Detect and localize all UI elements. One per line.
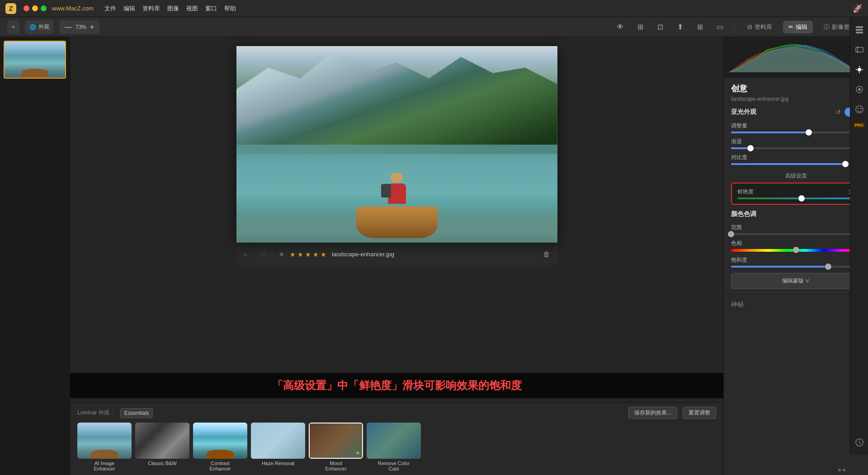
slider-hue-track[interactable]	[731, 249, 861, 252]
palette-icon-button[interactable]	[852, 82, 867, 97]
circle-icon[interactable]: ○	[244, 251, 247, 258]
preset-label-mood-enhancer: MoodEnhancer	[309, 461, 363, 471]
minimize-button[interactable]	[32, 5, 38, 11]
preset-item-ai-enhancer[interactable]: AI ImageEnhancer	[77, 423, 132, 471]
menu-view[interactable]: 视图	[186, 5, 198, 13]
eye-icon-button[interactable]: 👁	[613, 20, 627, 34]
zoom-control: — 73% +	[59, 20, 99, 34]
menu-image[interactable]: 图像	[167, 5, 179, 13]
heart-icon[interactable]: ♡	[260, 251, 266, 258]
delete-icon[interactable]: 🗑	[543, 250, 550, 259]
preset-star-icon: ★	[355, 450, 360, 456]
star-5[interactable]: ★	[321, 251, 326, 258]
tab-edit[interactable]: ✏ 编辑	[783, 21, 813, 33]
preset-item-haze-removal[interactable]: Haze Removal	[251, 423, 305, 471]
separator-dot: ·	[253, 250, 255, 259]
preset-item-remove-color-cast[interactable]: Remove ColorCast	[367, 423, 421, 471]
svg-point-14	[858, 88, 861, 91]
filmstrip-thumbnail	[5, 42, 65, 78]
preset-bar: Luminar 外观： Essentials 保存新的效果... 重置调整 AI…	[70, 403, 723, 475]
svg-point-8	[858, 68, 861, 71]
preset-item-contrast-enhancer[interactable]: ContrastEnhancer	[193, 423, 247, 471]
slider-contrast-label: 对比度	[731, 154, 747, 161]
menu-help[interactable]: 帮助	[224, 5, 236, 13]
preset-thumbnail-haze-removal	[251, 423, 305, 459]
star-4[interactable]: ★	[313, 251, 319, 258]
preset-label-classic-bw: Classic B&W	[135, 461, 189, 466]
crop-resize-icon-button[interactable]	[852, 42, 867, 57]
preset-item-mood-enhancer[interactable]: ★ MoodEnhancer	[309, 423, 363, 471]
menu-library[interactable]: 资料库	[142, 5, 160, 13]
vivid-slider-thumb[interactable]	[798, 195, 805, 202]
slider-contrast-track[interactable]	[731, 163, 861, 165]
rocket-icon[interactable]: 🚀	[853, 4, 863, 14]
reset-adjustments-button[interactable]: 重置调整	[683, 407, 716, 419]
preset-thumbnails: AI ImageEnhancer Classic B&W ContrastEnh…	[77, 423, 716, 471]
edit-mask-button[interactable]: 编辑蒙版 ∨	[731, 273, 861, 289]
panel-icons: PRO	[850, 17, 868, 455]
menu-edit[interactable]: 编辑	[123, 5, 135, 13]
preset-label-remove-color-cast: Remove ColorCast	[367, 461, 421, 471]
svg-rect-3	[856, 26, 863, 28]
slider-fade: 渐退 6	[731, 138, 861, 149]
pro-badge-button[interactable]: PRO	[852, 122, 867, 128]
slider-range-thumb[interactable]	[728, 231, 734, 237]
star-1[interactable]: ★	[290, 251, 296, 258]
zoom-minus-button[interactable]: —	[63, 23, 74, 31]
clock-icon-button[interactable]	[852, 435, 867, 450]
slider-adjustment-label: 调整量	[731, 122, 747, 130]
bottom-dots	[838, 469, 845, 471]
menu-window[interactable]: 窗口	[205, 5, 217, 13]
grid-icon-button[interactable]: ⊞	[693, 20, 707, 34]
zoom-plus-button[interactable]: +	[88, 23, 96, 31]
slider-saturation: 饱和度 50	[731, 256, 861, 268]
brightness-icon-button[interactable]	[852, 62, 867, 77]
vivid-slider-track[interactable]	[737, 198, 854, 199]
filmstrip-item-selected[interactable]	[4, 41, 66, 79]
svg-point-16	[857, 108, 859, 109]
close-button[interactable]	[24, 5, 29, 11]
advanced-settings-button[interactable]: 高级设置	[731, 169, 861, 183]
preset-selector[interactable]: Essentials	[120, 408, 153, 418]
mysterious-title: 神秘	[731, 301, 744, 308]
star-2[interactable]: ★	[297, 251, 303, 258]
slider-fade-track[interactable]	[731, 147, 861, 149]
slider-contrast-thumb[interactable]	[842, 161, 849, 167]
mysterious-section: 神秘	[724, 295, 868, 314]
crop-icon-button[interactable]: ⊡	[653, 20, 667, 34]
face-icon-button[interactable]	[852, 102, 867, 117]
traffic-lights	[24, 5, 47, 11]
separator-dot2: ·	[271, 250, 273, 259]
slider-saturation-track[interactable]	[731, 266, 861, 268]
slider-range-track[interactable]	[731, 233, 861, 235]
tab-library[interactable]: ⊟ 资料库	[742, 21, 778, 33]
slider-adjustment-thumb[interactable]	[806, 129, 812, 136]
slider-adjustment: 调整量 32	[731, 122, 861, 133]
compare-icon-button[interactable]: ⊞	[633, 20, 647, 34]
menu-file[interactable]: 文件	[104, 5, 116, 13]
maximize-button[interactable]	[41, 5, 47, 11]
photo-container	[236, 46, 557, 243]
canvas-area: ○ · ♡ · ✕ ★ ★ ★ ★ ★ landscape-enhancer.j…	[70, 37, 723, 475]
zoom-value: 73%	[75, 24, 86, 30]
save-preset-button[interactable]: 保存新的效果...	[628, 407, 677, 419]
matte-reset-icon[interactable]: ↺	[835, 108, 841, 116]
preset-thumbnail-remove-color-cast	[367, 423, 421, 459]
slider-fade-thumb[interactable]	[747, 145, 754, 151]
app-logo: Z	[5, 3, 16, 14]
slider-adjustment-track[interactable]	[731, 132, 861, 133]
share-icon-button[interactable]: ⬆	[673, 20, 687, 34]
reject-icon[interactable]: ✕	[279, 251, 284, 258]
preset-item-classic-bw[interactable]: Classic B&W	[135, 423, 189, 471]
window-icon-button[interactable]: ▭	[712, 20, 727, 34]
slider-hue-label: 色相	[731, 240, 742, 247]
slider-hue-thumb[interactable]	[793, 247, 799, 253]
layers-icon-button[interactable]	[852, 23, 867, 37]
watermark: www.MacZ.com	[52, 5, 94, 12]
preset-thumbnail-classic-bw	[135, 423, 189, 459]
add-button[interactable]: +	[7, 20, 19, 34]
appearance-button[interactable]: 🌐 外观	[25, 20, 54, 34]
star-3[interactable]: ★	[305, 251, 311, 258]
svg-rect-6	[856, 47, 863, 52]
slider-saturation-thumb[interactable]	[825, 263, 831, 270]
